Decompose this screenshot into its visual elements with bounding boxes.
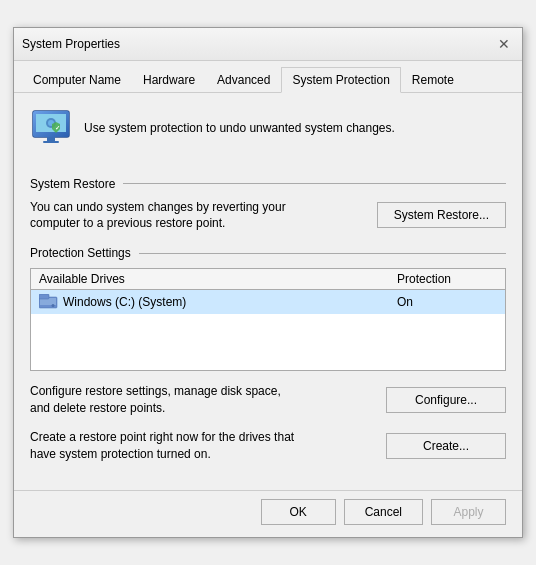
protection-settings-section: Protection Settings Available Drives Pro… [30, 246, 506, 462]
top-info-text: Use system protection to undo unwanted s… [84, 121, 395, 135]
svg-point-10 [52, 304, 55, 307]
svg-text:✓: ✓ [55, 125, 60, 131]
header-drives: Available Drives [39, 272, 397, 286]
tab-system-protection[interactable]: System Protection [281, 67, 400, 93]
create-text: Create a restore point right now for the… [30, 429, 300, 463]
title-bar: System Properties ✕ [14, 28, 522, 61]
drive-status: On [397, 295, 497, 309]
table-header: Available Drives Protection [31, 269, 505, 290]
svg-rect-11 [39, 294, 49, 299]
apply-button[interactable]: Apply [431, 499, 506, 525]
tab-advanced[interactable]: Advanced [206, 67, 281, 93]
drive-name: Windows (C:) (System) [39, 294, 397, 310]
top-info-section: ✓ Use system protection to undo unwanted… [30, 107, 506, 161]
drive-icon [39, 294, 59, 310]
window-title: System Properties [22, 37, 120, 51]
tab-bar: Computer Name Hardware Advanced System P… [14, 61, 522, 93]
tab-hardware[interactable]: Hardware [132, 67, 206, 93]
create-row: Create a restore point right now for the… [30, 429, 506, 463]
svg-rect-6 [43, 141, 59, 143]
svg-rect-5 [47, 137, 55, 141]
system-properties-window: System Properties ✕ Computer Name Hardwa… [13, 27, 523, 539]
tab-remote[interactable]: Remote [401, 67, 465, 93]
tab-content: ✓ Use system protection to undo unwanted… [14, 93, 522, 491]
system-restore-button[interactable]: System Restore... [377, 202, 506, 228]
header-protection: Protection [397, 272, 497, 286]
drive-label: Windows (C:) (System) [63, 295, 186, 309]
drives-table: Available Drives Protection [30, 268, 506, 371]
create-button[interactable]: Create... [386, 433, 506, 459]
system-restore-section: System Restore You can undo system chang… [30, 177, 506, 233]
ok-button[interactable]: OK [261, 499, 336, 525]
close-button[interactable]: ✕ [494, 34, 514, 54]
cancel-button[interactable]: Cancel [344, 499, 423, 525]
footer-buttons: OK Cancel Apply [14, 490, 522, 537]
tab-computer-name[interactable]: Computer Name [22, 67, 132, 93]
table-body: Windows (C:) (System) On [31, 290, 505, 370]
protection-settings-title: Protection Settings [30, 246, 506, 260]
system-restore-row: You can undo system changes by reverting… [30, 199, 506, 233]
system-restore-description: You can undo system changes by reverting… [30, 199, 300, 233]
table-row[interactable]: Windows (C:) (System) On [31, 290, 505, 314]
configure-text: Configure restore settings, manage disk … [30, 383, 300, 417]
system-restore-title: System Restore [30, 177, 506, 191]
configure-row: Configure restore settings, manage disk … [30, 383, 506, 417]
configure-button[interactable]: Configure... [386, 387, 506, 413]
shield-icon: ✓ [30, 107, 72, 149]
